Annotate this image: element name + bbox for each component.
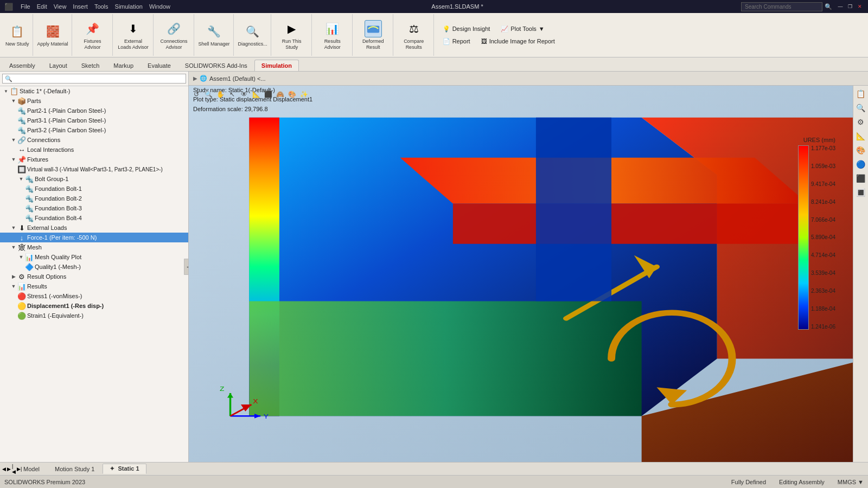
tree-item-quality1[interactable]: 🔷 Quality1 (-Mesh-) [0,262,188,272]
ext-loads-icon: ⬇ [17,223,26,232]
apply-material-button[interactable]: 🧱 [44,23,61,40]
design-insight-button[interactable]: 💡 Design Insight [439,24,494,34]
vp-select-icon[interactable]: ↖ [227,89,238,100]
parts-collapse[interactable]: ▼ [10,97,17,105]
menu-file[interactable]: File [17,3,34,10]
search-input[interactable] [741,2,822,11]
diagnostics-button[interactable]: 🔍 [244,23,261,40]
vp-pan-icon[interactable]: ✋ [215,89,226,100]
tree-item-bolt4[interactable]: 🔩 Foundation Bolt-4 [0,213,188,223]
vp-section-icon[interactable]: ⬛ [263,89,273,100]
right-icon-6[interactable]: ⬛ [855,172,867,184]
vp-view-icon[interactable]: 👁 [239,89,250,100]
include-image-icon: 🖼 [481,38,487,44]
tab-sketch[interactable]: Sketch [74,60,107,71]
menu-window[interactable]: Window [146,3,174,10]
bottom-tab-motion-study[interactable]: Motion Study 1 [48,464,101,474]
nav-right-icon[interactable]: ▶ [7,466,11,472]
tab-evaluate[interactable]: Evaluate [141,60,178,71]
right-icon-1[interactable]: 🔍 [855,102,867,114]
tree-item-external-loads[interactable]: ▼ ⬇ External Loads [0,223,188,233]
units-arrow[interactable]: ▼ [858,479,864,485]
tab-addins[interactable]: SOLIDWORKS Add-Ins [178,60,254,71]
tree-item-result-options[interactable]: ▶ ⚙ Result Options [0,272,188,281]
minimize-button[interactable]: — [837,3,844,10]
new-study-button[interactable]: 📋 [9,23,26,40]
tree-item-bolt1[interactable]: 🔩 Foundation Bolt-1 [0,184,188,194]
tree-search-input[interactable] [2,74,186,84]
tree-item-virtual-wall[interactable]: 🔲 Virtual wall-3 (-Virtual Wall<Part3-1,… [0,164,188,174]
mesh-collapse[interactable]: ▼ [10,243,17,251]
tree-item-fixtures[interactable]: ▼ 📌 Fixtures [0,155,188,164]
tree-item-mesh-quality-plot[interactable]: ▼ 📊 Mesh Quality Plot [0,252,188,262]
close-button[interactable]: ✕ [856,3,864,10]
mesh-quality-collapse[interactable]: ▼ [17,253,25,261]
vp-appearance-icon[interactable]: ✨ [298,89,309,100]
connections-button[interactable]: 🔗 [165,20,183,37]
tree-item-displacement1[interactable]: 🟡 Displacement1 (-Res disp-) [0,301,188,311]
nav-start-icon[interactable]: |◀ [12,464,16,474]
right-icon-5[interactable]: 🔵 [855,158,867,170]
plot-tools-button[interactable]: 📈 Plot Tools ▼ [497,24,547,34]
connections-collapse[interactable]: ▼ [10,136,17,144]
bottom-tab-model[interactable]: Model [16,464,47,474]
fold-handle[interactable]: ◀ [184,259,189,275]
tree-item-stress1[interactable]: 🔴 Stress1 (-vonMises-) [0,291,188,301]
shell-manager-button[interactable]: 🔧 [206,23,223,40]
tree-item-parts[interactable]: ▼ 📦 Parts [0,96,188,106]
external-loads-button[interactable]: ⬇ [125,20,142,37]
menu-view[interactable]: View [50,3,70,10]
right-icon-0[interactable]: 📋 [855,88,867,100]
report-button[interactable]: 📄 Report [439,37,474,46]
maximize-button[interactable]: ❐ [846,3,854,10]
assem-expand-icon[interactable]: ▶ [193,75,197,81]
tree-item-bolt3[interactable]: 🔩 Foundation Bolt-3 [0,203,188,213]
menu-tools[interactable]: Tools [91,3,112,10]
tree-item-part3-2[interactable]: 🔩 Part3-2 (-Plain Carbon Steel-) [0,125,188,135]
ext-loads-collapse[interactable]: ▼ [10,224,17,232]
bottom-tab-static[interactable]: ✦ Static 1 [103,464,146,474]
result-options-collapse[interactable]: ▶ [10,273,17,280]
viewport[interactable]: ▶ 🌐 Assem1 (Default) <... ↺ 🔍 ✋ ↖ 👁 📐 ⬛ … [189,72,868,462]
vp-hide-icon[interactable]: 🙈 [275,89,285,100]
tab-layout[interactable]: Layout [42,60,74,71]
compare-results-button[interactable]: ⚖ [405,20,423,37]
right-icon-2[interactable]: ⚙ [855,116,867,128]
results-advisor-button[interactable]: 📊 [324,20,341,37]
model-3d-view[interactable]: Y Z X [189,72,868,462]
tree-item-local-interactions[interactable]: ↔ Local Interactions [0,145,188,155]
deformed-result-button[interactable] [365,20,382,37]
tab-simulation[interactable]: Simulation [254,60,299,71]
tree-item-mesh[interactable]: ▼ 🕸 Mesh [0,242,188,252]
vp-rotate-icon[interactable]: ↺ [191,89,202,100]
tree-item-results[interactable]: ▼ 📊 Results [0,281,188,291]
tab-markup[interactable]: Markup [106,60,141,71]
root-collapse[interactable]: ▼ [2,87,10,95]
right-icon-4[interactable]: 🎨 [855,144,867,156]
right-icon-7[interactable]: 🔳 [855,187,867,198]
vp-display-icon[interactable]: 📐 [251,89,261,100]
tree-item-bolt2[interactable]: 🔩 Foundation Bolt-2 [0,194,188,203]
fixtures-advisor-button[interactable]: 📌 [84,20,101,37]
menu-edit[interactable]: Edit [34,3,50,10]
vp-zoom-icon[interactable]: 🔍 [203,89,214,100]
bolt-group-collapse[interactable]: ▼ [17,175,25,183]
part3-2-label: Part3-2 (-Plain Carbon Steel-) [27,127,106,133]
tree-item-strain1[interactable]: 🟢 Strain1 (-Equivalent-) [0,311,188,320]
tree-item-bolt-group[interactable]: ▼ 🔩 Bolt Group-1 [0,174,188,184]
tree-item-part3-1[interactable]: 🔩 Part3-1 (-Plain Carbon Steel-) [0,115,188,125]
right-icon-3[interactable]: 📐 [855,130,867,142]
run-study-button[interactable]: ▶ [283,20,301,37]
tree-item-connections[interactable]: ▼ 🔗 Connections [0,135,188,145]
include-image-button[interactable]: 🖼 Include Image for Report [478,37,558,46]
tree-root[interactable]: ▼ 📋 Static 1* (-Default-) [0,86,188,96]
fixtures-collapse[interactable]: ▼ [10,156,17,163]
menu-simulation[interactable]: Simulation [112,3,146,10]
menu-insert[interactable]: Insert [69,3,91,10]
vp-color-icon[interactable]: 🎨 [286,89,297,100]
tree-item-part2-1[interactable]: 🔩 Part2-1 (-Plain Carbon Steel-) [0,106,188,115]
nav-left-icon[interactable]: ◀ [2,466,6,472]
tree-item-force1[interactable]: ↓ Force-1 (Per item: -500 N) [0,233,188,242]
results-collapse[interactable]: ▼ [10,282,17,290]
tab-assembly[interactable]: Assembly [2,60,42,71]
